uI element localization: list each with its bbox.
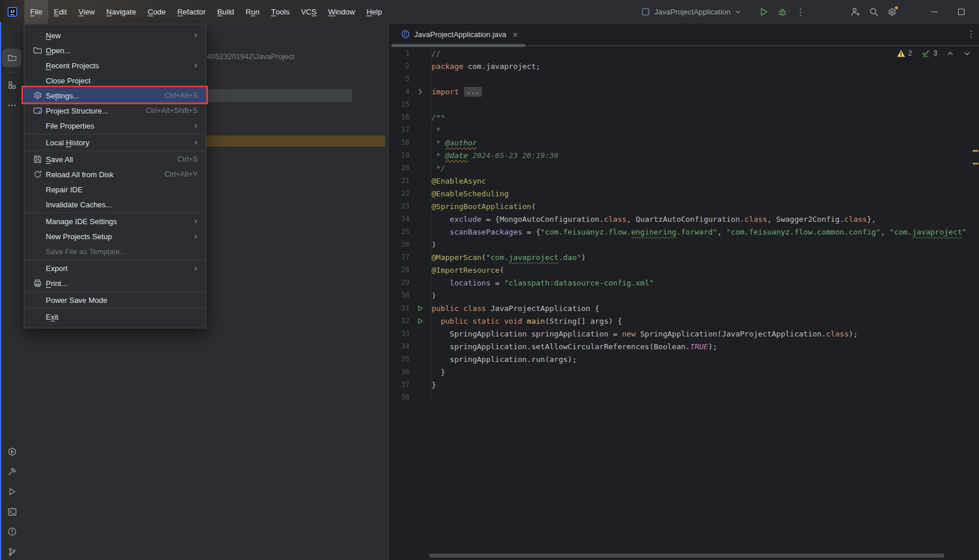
menubar-item-edit[interactable]: Edit bbox=[48, 0, 72, 24]
menu-item-project-structure[interactable]: Project Structure...Ctrl+Alt+Shift+S bbox=[24, 103, 206, 118]
menu-item-invalidate-caches[interactable]: Invalidate Caches... bbox=[24, 197, 206, 212]
menu-item-label: Recent Projects bbox=[46, 61, 99, 70]
line-number: 35 bbox=[390, 355, 410, 363]
editor-tab[interactable]: C JavaProjectApplication.java × bbox=[390, 24, 524, 45]
menu-item-new-projects-setup[interactable]: New Projects Setup› bbox=[24, 229, 206, 244]
fold-chevron-icon[interactable] bbox=[410, 85, 432, 98]
code-line: 27@MapperScan("com.javaproject.dao") bbox=[390, 251, 979, 263]
error-stripe-mark[interactable] bbox=[973, 150, 978, 152]
menu-separator bbox=[24, 291, 206, 292]
code-content: 1//2package com.javaproject;34import ...… bbox=[390, 47, 979, 404]
menu-separator bbox=[24, 151, 206, 151]
menubar-item-vcs[interactable]: VCS bbox=[295, 0, 323, 24]
menubar-item-run[interactable]: Run bbox=[240, 0, 265, 24]
services-tool-icon[interactable] bbox=[2, 442, 21, 461]
menu-item-open[interactable]: Open... bbox=[24, 43, 206, 58]
menubar-item-window[interactable]: Window bbox=[322, 0, 360, 24]
menu-item-label: Open... bbox=[46, 46, 71, 55]
warning-icon bbox=[897, 49, 905, 58]
menu-item-print[interactable]: Print... bbox=[24, 276, 206, 291]
menubar-item-file[interactable]: File bbox=[24, 0, 48, 24]
code-line: 35 springApplication.run(args); bbox=[390, 353, 979, 365]
menubar-item-help[interactable]: Help bbox=[361, 0, 388, 24]
run-button[interactable] bbox=[757, 5, 770, 19]
error-stripe-mark[interactable] bbox=[973, 163, 978, 164]
structure-tool-icon[interactable] bbox=[2, 76, 21, 94]
menu-item-label: New bbox=[46, 31, 61, 40]
code-line: 36 } bbox=[390, 365, 979, 378]
more-tool-windows-icon[interactable] bbox=[2, 96, 21, 115]
menu-item-export[interactable]: Export› bbox=[24, 261, 206, 276]
menu-item-label: File Properties bbox=[46, 122, 94, 130]
search-icon[interactable] bbox=[867, 5, 881, 19]
menubar-item-code[interactable]: Code bbox=[142, 0, 171, 24]
menu-item-save-all[interactable]: Save AllCtrl+S bbox=[24, 152, 206, 167]
add-user-icon[interactable] bbox=[848, 5, 862, 19]
menubar-item-refactor[interactable]: Refactor bbox=[171, 0, 211, 24]
debug-button[interactable] bbox=[775, 5, 789, 19]
menu-item-label: Exit bbox=[46, 313, 59, 321]
close-icon[interactable]: × bbox=[512, 30, 518, 39]
menubar-item-build[interactable]: Build bbox=[211, 0, 240, 24]
menu-item-file-properties[interactable]: File Properties› bbox=[24, 118, 206, 133]
code-line: 24 exclude = {MongoAutoConfiguration.cla… bbox=[390, 213, 979, 225]
code-line: 28@ImportResource( bbox=[390, 263, 979, 276]
code-line: 3 bbox=[390, 72, 979, 85]
project-tool-icon[interactable] bbox=[2, 49, 21, 67]
next-issue-icon[interactable] bbox=[963, 50, 971, 57]
check-icon bbox=[921, 49, 930, 58]
code-line: 26) bbox=[390, 238, 979, 251]
minimize-button[interactable] bbox=[926, 3, 943, 21]
line-number: 23 bbox=[390, 202, 410, 210]
run-gutter-icon[interactable] bbox=[410, 302, 432, 314]
problems-tool-icon[interactable] bbox=[2, 522, 21, 541]
menubar-item-tools[interactable]: Tools bbox=[265, 0, 295, 24]
code-line: 32 public static void main(String[] args… bbox=[390, 314, 979, 327]
menu-item-new[interactable]: New› bbox=[24, 28, 206, 43]
line-number: 17 bbox=[390, 126, 410, 134]
titlebar-actions: JavaProjectApplication ⋮ bbox=[641, 0, 979, 24]
submenu-arrow-icon: › bbox=[194, 32, 198, 38]
notification-badge bbox=[894, 6, 898, 10]
line-number: 33 bbox=[390, 330, 410, 338]
build-tool-icon[interactable] bbox=[2, 462, 21, 481]
run-tool-icon[interactable] bbox=[2, 482, 21, 501]
menu-separator bbox=[24, 308, 206, 309]
code-line: 15 bbox=[390, 98, 979, 111]
line-number: 34 bbox=[390, 342, 410, 350]
menubar-item-navigate[interactable]: Navigate bbox=[101, 0, 142, 24]
editor-options-kebab-icon[interactable]: ⋮ bbox=[967, 29, 976, 39]
menu-item-recent-projects[interactable]: Recent Projects› bbox=[24, 58, 206, 73]
inspection-widget[interactable]: 2 3 bbox=[897, 49, 971, 58]
menu-item-local-history[interactable]: Local History› bbox=[24, 135, 206, 150]
menu-item-exit[interactable]: Exit bbox=[24, 309, 206, 324]
pstruct-icon bbox=[33, 106, 46, 115]
line-number: 32 bbox=[390, 317, 410, 325]
menubar-item-view[interactable]: View bbox=[72, 0, 100, 24]
terminal-tool-icon[interactable] bbox=[2, 503, 21, 521]
menu-separator bbox=[24, 213, 206, 213]
code-line: 4import ... bbox=[390, 85, 979, 98]
previous-issue-icon[interactable] bbox=[947, 50, 954, 57]
floppy-icon bbox=[33, 155, 46, 164]
editor-area[interactable]: C JavaProjectApplication.java × ⋮ 1//2pa… bbox=[390, 24, 979, 560]
menu-item-reload-all-from-disk[interactable]: Reload All from DiskCtrl+Alt+Y bbox=[24, 167, 206, 182]
run-configuration-selector[interactable]: JavaProjectApplication bbox=[641, 8, 741, 16]
version-control-tool-icon[interactable] bbox=[2, 543, 21, 560]
menu-separator bbox=[24, 134, 206, 134]
menu-item-label: Project Structure... bbox=[46, 107, 108, 115]
printer-icon bbox=[33, 279, 46, 288]
menu-item-power-save-mode[interactable]: Power Save Mode bbox=[24, 292, 206, 308]
folded-region[interactable]: ... bbox=[464, 87, 483, 97]
menu-item-shortcut: Ctrl+Alt+Y bbox=[165, 170, 198, 178]
settings-gear-button[interactable] bbox=[885, 5, 899, 19]
menu-item-manage-ide-settings[interactable]: Manage IDE Settings› bbox=[24, 214, 206, 229]
line-number: 21 bbox=[390, 177, 410, 185]
line-number: 20 bbox=[390, 164, 410, 172]
editor-horizontal-scrollbar[interactable] bbox=[429, 554, 944, 558]
line-number: 37 bbox=[390, 380, 410, 389]
maximize-button[interactable] bbox=[952, 3, 970, 21]
menu-item-repair-ide[interactable]: Repair IDE bbox=[24, 182, 206, 197]
run-gutter-icon[interactable] bbox=[410, 314, 432, 327]
more-actions-button[interactable]: ⋮ bbox=[794, 5, 808, 19]
